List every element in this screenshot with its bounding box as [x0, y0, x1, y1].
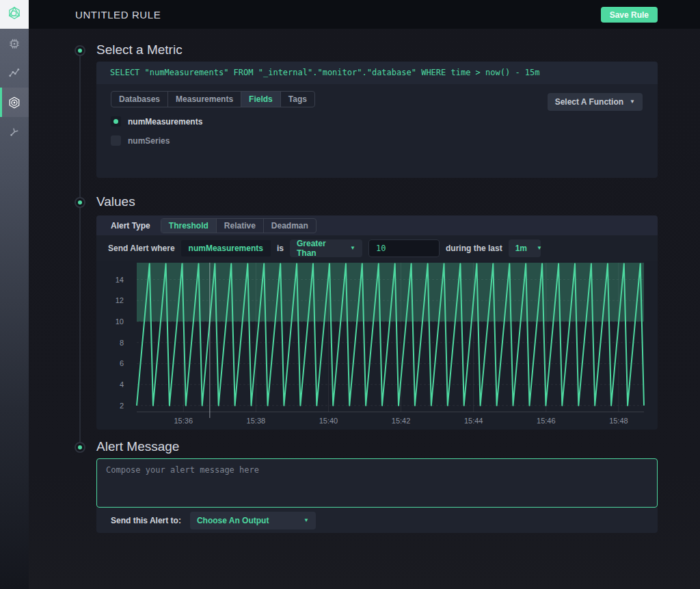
checkbox-unchecked-icon: [111, 135, 121, 146]
condition-prefix-label: Send Alert where: [108, 244, 175, 253]
alert-condition-row: Send Alert where numMeasurements is Grea…: [96, 235, 658, 261]
rule-builder-content: Select a Metric SELECT "numMeasurements"…: [29, 29, 700, 589]
alert-rule-builder-page: UNTITLED RULE Save Rule: [0, 0, 700, 589]
chevron-down-icon: ▼: [304, 518, 309, 523]
hexagon-alert-icon: [8, 96, 21, 109]
chip-icon: [8, 37, 21, 51]
values-section-title: Values: [96, 194, 135, 209]
tab-fields[interactable]: Fields: [241, 92, 281, 107]
metric-panel-body: Databases Measurements Fields Tags numMe…: [96, 84, 658, 178]
chevron-down-icon: ▼: [630, 99, 635, 105]
values-panel: Alert Type Threshold Relative Deadman Se…: [96, 215, 658, 430]
threshold-chart-plot[interactable]: [137, 263, 644, 412]
section-bullet-message: [75, 442, 85, 453]
output-dropdown-value: Choose An Output: [197, 516, 269, 525]
alert-type-row: Alert Type Threshold Relative Deadman: [96, 215, 658, 235]
y-axis-tick-label: 2: [99, 402, 124, 410]
x-axis-tick-label: 15:42: [386, 417, 416, 425]
graph-icon: [8, 66, 21, 80]
field-option-nummeasurements[interactable]: numMeasurements: [111, 116, 202, 127]
checkbox-checked-icon: [111, 116, 121, 127]
chronograf-logo[interactable]: [0, 0, 29, 29]
during-last-label: during the last: [446, 244, 502, 253]
x-axis-tick-label: 15:38: [241, 417, 271, 425]
section-bullet-metric: [75, 45, 85, 56]
sidebar-item-admin[interactable]: [0, 117, 29, 146]
threshold-value-input[interactable]: [368, 239, 440, 257]
sidebar-item-host-list[interactable]: [0, 29, 29, 58]
alert-message-textarea[interactable]: [96, 458, 658, 508]
section-rail: [79, 56, 81, 447]
sidebar-item-data-explorer[interactable]: [0, 58, 29, 88]
send-to-label: Send this Alert to:: [111, 516, 181, 525]
select-function-button[interactable]: Select A Function ▼: [548, 93, 643, 111]
alert-type-tabs: Threshold Relative Deadman: [161, 218, 317, 233]
tab-tags[interactable]: Tags: [281, 92, 314, 107]
tab-relative[interactable]: Relative: [217, 219, 264, 233]
tab-databases[interactable]: Databases: [111, 92, 168, 107]
x-axis-tick-label: 15:48: [604, 417, 634, 425]
time-window-value: 1m: [515, 244, 527, 253]
time-window-dropdown[interactable]: 1m ▼: [509, 239, 541, 257]
selected-field-pill: numMeasurements: [181, 240, 271, 257]
y-axis-tick-label: 8: [99, 339, 124, 347]
chronograf-logo-icon: [7, 5, 22, 23]
y-axis-tick-label: 12: [99, 296, 124, 304]
y-axis-tick-label: 6: [99, 359, 124, 367]
x-axis-tick-label: 15:36: [168, 417, 198, 425]
tab-measurements[interactable]: Measurements: [168, 92, 241, 107]
page-title: UNTITLED RULE: [75, 9, 161, 21]
y-axis-tick-label: 14: [99, 276, 124, 284]
message-section-title: Alert Message: [96, 439, 179, 454]
chevron-down-icon: ▼: [350, 246, 355, 251]
select-function-label: Select A Function: [555, 97, 623, 107]
tab-threshold[interactable]: Threshold: [161, 219, 217, 233]
sidebar-item-alerting[interactable]: [0, 88, 29, 117]
metric-panel: SELECT "numMeasurements" FROM "_internal…: [96, 62, 658, 178]
metric-source-tabs: Databases Measurements Fields Tags: [111, 91, 315, 107]
threshold-chart: 2468101214 15:3615:3815:4015:4215:4415:4…: [96, 261, 658, 430]
alert-message-panel: Send this Alert to: Choose An Output ▼: [96, 458, 658, 533]
field-option-label: numSeries: [128, 136, 170, 146]
operator-dropdown-value: Greater Than: [297, 239, 340, 258]
x-axis-tick-label: 15:40: [313, 417, 343, 425]
wrench-icon: [8, 125, 21, 139]
operator-dropdown[interactable]: Greater Than ▼: [290, 239, 362, 257]
chevron-down-icon: ▼: [537, 246, 542, 251]
metric-section-title: Select a Metric: [96, 42, 183, 57]
section-bullet-values: [75, 197, 85, 208]
send-alert-row: Send this Alert to: Choose An Output ▼: [96, 508, 658, 533]
alert-type-label: Alert Type: [111, 221, 150, 231]
x-axis-tick-label: 15:46: [531, 417, 561, 425]
tab-deadman[interactable]: Deadman: [264, 219, 316, 233]
condition-is-label: is: [277, 244, 284, 253]
influxql-query-preview: SELECT "numMeasurements" FROM "_internal…: [96, 62, 658, 84]
output-dropdown[interactable]: Choose An Output ▼: [190, 512, 316, 529]
field-option-numseries[interactable]: numSeries: [111, 135, 170, 146]
topbar: UNTITLED RULE Save Rule: [29, 0, 700, 29]
y-axis-tick-label: 4: [99, 380, 124, 389]
field-option-label: numMeasurements: [128, 117, 202, 127]
save-rule-button[interactable]: Save Rule: [601, 7, 658, 23]
y-axis-tick-label: 10: [99, 317, 124, 326]
sidebar: [0, 29, 29, 589]
x-axis-tick-label: 15:44: [459, 417, 489, 425]
